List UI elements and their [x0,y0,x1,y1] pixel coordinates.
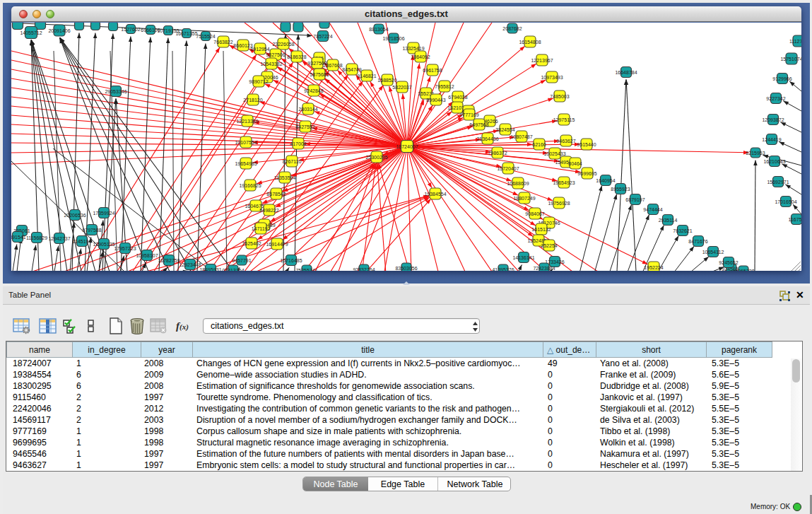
svg-text:8454749: 8454749 [342,67,361,72]
svg-text:15716485: 15716485 [280,258,302,263]
svg-text:5822037: 5822037 [392,85,411,90]
svg-text:1952224: 1952224 [644,265,663,270]
svg-text:9777169: 9777169 [459,112,478,117]
svg-text:12213389: 12213389 [236,119,258,124]
svg-text:252254: 252254 [541,243,557,248]
svg-text:7663822: 7663822 [213,40,233,45]
svg-text:17359924: 17359924 [93,211,114,216]
svg-text:83503056: 83503056 [395,266,417,271]
svg-text:2803144: 2803144 [298,107,317,112]
svg-text:8813054: 8813054 [369,27,388,32]
svg-text:9457791: 9457791 [232,258,251,263]
svg-text:2367608: 2367608 [323,63,342,68]
svg-text:3824554: 3824554 [495,127,514,132]
svg-text:10958107: 10958107 [136,253,158,258]
svg-text:15692971: 15692971 [767,180,789,185]
svg-text:12093872: 12093872 [762,117,784,122]
svg-text:2935114: 2935114 [659,218,678,223]
svg-text:7485003: 7485003 [550,94,569,99]
svg-text:16648784: 16648784 [615,70,637,75]
svg-text:96965328: 96965328 [732,269,754,271]
svg-text:72423884: 72423884 [533,266,555,271]
svg-text:1112744: 1112744 [789,39,801,44]
svg-text:6961758: 6961758 [423,68,442,73]
svg-text:5498222: 5498222 [259,208,278,213]
svg-text:16210643: 16210643 [763,159,785,164]
svg-text:12923448: 12923448 [179,262,201,267]
svg-text:18807249: 18807249 [513,196,535,201]
svg-text:11353594: 11353594 [274,175,296,180]
svg-text:20206536: 20206536 [64,213,86,218]
svg-text:9327506: 9327506 [266,52,285,57]
svg-text:21364436: 21364436 [476,136,498,141]
svg-text:41395376: 41395376 [492,267,514,271]
svg-text:5875685: 5875685 [310,72,329,77]
svg-text:7857224: 7857224 [313,34,332,39]
svg-text:7625402: 7625402 [242,241,261,246]
svg-text:25300295: 25300295 [365,155,387,160]
svg-text:417004: 417004 [290,141,306,146]
svg-text:12942737: 12942737 [48,236,70,241]
svg-text:1527602: 1527602 [121,27,140,32]
svg-text:2087682: 2087682 [502,26,522,31]
svg-text:10543382: 10543382 [260,62,282,66]
svg-text:62160: 62160 [532,142,546,147]
svg-text:19166825: 19166825 [239,183,261,188]
svg-text:11156829: 11156829 [26,235,47,240]
svg-text:18724007: 18724007 [396,144,418,149]
svg-text:116753: 116753 [789,217,801,222]
svg-text:12905135: 12905135 [93,242,114,247]
svg-text:9129966: 9129966 [772,76,792,81]
svg-text:19654923: 19654923 [553,180,575,185]
svg-text:1145194: 1145194 [73,239,92,244]
svg-text:14136141: 14136141 [512,255,534,260]
svg-text:9245652: 9245652 [719,260,738,265]
svg-text:16914479: 16914479 [266,242,288,247]
svg-text:9515440: 9515440 [577,142,596,147]
svg-text:8678542: 8678542 [266,192,286,197]
svg-text:16154808: 16154808 [519,40,541,45]
svg-text:23226058: 23226058 [272,42,294,47]
svg-text:9699695: 9699695 [577,171,596,176]
svg-text:29053346: 29053346 [105,89,126,94]
svg-text:7515524: 7515524 [196,34,215,39]
svg-text:19654985: 19654985 [235,161,257,166]
svg-text:19384554: 19384554 [424,192,446,197]
svg-text:16782759: 16782759 [158,258,180,263]
svg-text:1864092: 1864092 [411,54,430,59]
svg-text:8427552: 8427552 [295,124,314,129]
svg-text:14055712: 14055712 [20,30,42,35]
svg-text:12213967: 12213967 [531,58,553,63]
svg-text:92832764: 92832764 [353,267,375,271]
svg-text:12975115: 12975115 [553,117,575,122]
svg-text:17957223: 17957223 [114,246,136,251]
svg-text:1471192: 1471192 [252,226,271,231]
svg-text:20091406: 20091406 [48,28,70,33]
svg-text:1588520: 1588520 [377,78,396,83]
svg-text:9084067: 9084067 [525,211,544,216]
svg-text:9797588: 9797588 [82,228,101,233]
svg-text:7632621: 7632621 [673,228,692,233]
svg-text:1640954: 1640954 [596,178,615,183]
svg-text:18495931: 18495931 [199,267,221,271]
svg-text:10654112: 10654112 [702,250,724,255]
svg-text:8955923: 8955923 [611,187,630,192]
svg-text:15751074: 15751074 [780,57,801,62]
svg-text:7986372: 7986372 [488,151,507,156]
svg-text:19756928: 19756928 [548,201,570,206]
svg-text:80464: 80464 [568,161,582,166]
svg-text:16671355: 16671355 [175,31,197,36]
svg-text:1615132: 1615132 [531,227,551,232]
svg-text:17016504: 17016504 [775,199,796,204]
svg-text:7955812: 7955812 [435,84,454,89]
svg-text:9890712: 9890712 [249,79,268,84]
svg-text:19218506: 19218506 [382,36,404,41]
svg-text:8215953: 8215953 [746,151,765,156]
svg-text:6794028: 6794028 [448,95,467,100]
svg-text:2718120: 2718120 [243,98,262,103]
svg-text:391541: 391541 [11,235,26,240]
svg-text:15720407: 15720407 [497,166,519,171]
svg-text:03413164: 03413164 [222,268,244,271]
svg-text:10807487: 10807487 [510,134,532,139]
svg-text:13325419: 13325419 [402,46,424,51]
